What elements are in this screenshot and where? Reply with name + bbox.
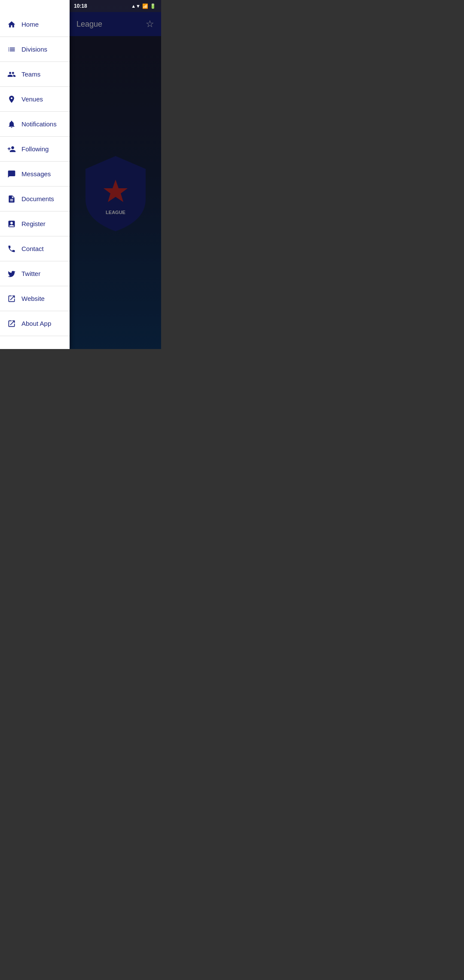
sidebar-item-notifications-label: Notifications — [21, 120, 57, 128]
sidebar-item-twitter[interactable]: Twitter — [0, 261, 70, 286]
sidebar-item-contact[interactable]: Contact — [0, 236, 70, 261]
sidebar-item-notifications[interactable]: Notifications — [0, 112, 70, 137]
sidebar-item-home-label: Home — [21, 21, 39, 28]
sidebar-item-following-label: Following — [21, 145, 49, 153]
venues-icon — [7, 95, 16, 104]
sidebar-item-messages-label: Messages — [21, 170, 51, 178]
messages-icon — [7, 169, 16, 179]
sidebar-item-following[interactable]: Following — [0, 137, 70, 162]
sidebar-item-venues-label: Venues — [21, 95, 43, 103]
sidebar-item-register-label: Register — [21, 220, 46, 227]
sidebar-item-register[interactable]: Register — [0, 211, 70, 236]
sidebar-item-home[interactable]: Home — [0, 12, 70, 37]
time-display: 10:18 — [74, 3, 87, 9]
sidebar-item-documents-label: Documents — [21, 195, 54, 202]
sidebar-item-contact-label: Contact — [21, 245, 44, 252]
about-icon — [7, 319, 16, 328]
contact-icon — [7, 244, 16, 254]
divisions-icon — [7, 45, 16, 54]
teams-icon — [7, 70, 16, 79]
sidebar-item-about-app[interactable]: About App — [0, 311, 70, 336]
following-icon — [7, 144, 16, 154]
navigation-drawer: Home Divisions Teams Venues — [0, 0, 70, 349]
notifications-icon — [7, 119, 16, 129]
register-icon — [7, 219, 16, 229]
sidebar-item-twitter-label: Twitter — [21, 270, 40, 277]
status-bar-time: 10:18 — [70, 0, 87, 12]
sidebar-item-website-label: Website — [21, 295, 45, 302]
documents-icon — [7, 194, 16, 204]
drawer-status-space — [0, 0, 70, 12]
website-icon — [7, 294, 16, 303]
sidebar-item-documents[interactable]: Documents — [0, 187, 70, 211]
twitter-icon — [7, 269, 16, 279]
sidebar-item-about-app-label: About App — [21, 320, 51, 327]
sidebar-item-teams[interactable]: Teams — [0, 62, 70, 87]
sidebar-item-divisions[interactable]: Divisions — [0, 37, 70, 62]
right-overlay — [70, 12, 161, 349]
sidebar-item-teams-label: Teams — [21, 70, 40, 78]
sidebar-item-venues[interactable]: Venues — [0, 87, 70, 112]
sidebar-item-website[interactable]: Website — [0, 286, 70, 311]
home-icon — [7, 20, 16, 29]
sidebar-item-messages[interactable]: Messages — [0, 162, 70, 187]
sidebar-item-divisions-label: Divisions — [21, 46, 47, 53]
